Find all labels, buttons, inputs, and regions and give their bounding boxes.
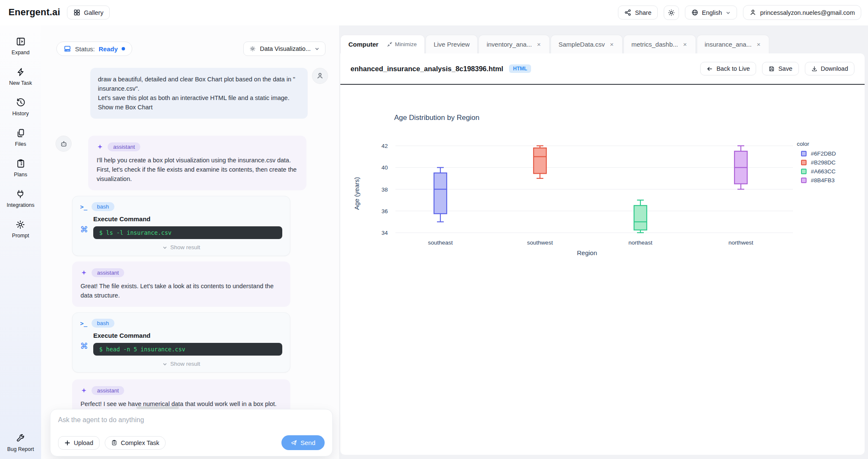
agent-select[interactable]: Data Visualizatio...: [243, 42, 326, 56]
message-list: draw a beautiful, detailed and clear Box…: [41, 63, 339, 412]
x-axis-label: Region: [557, 249, 617, 256]
close-icon[interactable]: ×: [609, 41, 615, 48]
download-button[interactable]: Download: [805, 62, 855, 75]
chevron-down-icon: [726, 10, 731, 15]
arrow-left-icon: [707, 66, 713, 72]
legend-item[interactable]: #8B4FB3: [797, 177, 836, 184]
expand-panel-icon: [16, 36, 26, 47]
show-result-toggle[interactable]: Show result: [80, 361, 282, 367]
terminal-command: $ head -n 5 insurance.csv: [93, 343, 282, 356]
clipboard-icon: [16, 159, 26, 169]
terminal-prompt-icon: >_: [80, 320, 87, 327]
execute-command-label: Execute Command: [93, 215, 282, 223]
account-chip[interactable]: princessalyzon.nueles@gmail.com: [743, 5, 861, 20]
svg-text:northwest: northwest: [729, 239, 754, 246]
file-bar: enhanced_insurance_analysis_8c198396.htm…: [340, 53, 865, 85]
share-button[interactable]: Share: [618, 6, 658, 19]
gallery-label: Gallery: [84, 9, 103, 16]
tab-bar: Computer Minimize Live Preview inventory…: [340, 35, 769, 53]
assistant-message-bubble: assistant Perfect! I see we have numeric…: [72, 379, 290, 412]
chat-scrollbar-thumb[interactable]: [136, 406, 179, 409]
gallery-button[interactable]: Gallery: [67, 6, 110, 19]
chat-input-card: Upload Complex Task Send: [50, 409, 333, 456]
bash-block: >_ bash ⌘ Execute Command $ head -n 5 in…: [72, 312, 290, 373]
tab-insurance-analysis[interactable]: insurance_ana... ×: [697, 35, 770, 53]
sidebar-item-bug-report[interactable]: Bug Report: [7, 434, 34, 452]
paper-plane-icon: [291, 440, 297, 446]
chevron-down-icon: [162, 362, 167, 367]
tab-sampledata-csv[interactable]: SampleData.csv ×: [551, 35, 623, 53]
close-icon[interactable]: ×: [682, 41, 688, 48]
sidebar-item-history[interactable]: History: [12, 97, 29, 117]
chart-legend-items: #6F2DBD#B298DC#A663CC#8B4FB3: [797, 150, 836, 184]
chart-legend: color #6F2DBD#B298DC#A663CC#8B4FB3: [797, 141, 836, 186]
legend-item[interactable]: #6F2DBD: [797, 150, 836, 157]
bash-block: >_ bash ⌘ Execute Command $ ls -l insura…: [72, 196, 290, 256]
download-icon: [811, 66, 818, 72]
save-button[interactable]: Save: [762, 62, 798, 75]
sparkle-icon: [97, 144, 103, 150]
sidebar-item-label: Plans: [14, 172, 27, 178]
sidebar-item-files[interactable]: Files: [15, 128, 26, 147]
user-message-row: draw a beautiful, detailed and clear Box…: [90, 68, 328, 119]
plus-icon: [64, 440, 70, 446]
sidebar-item-new-task[interactable]: New Task: [9, 67, 32, 86]
show-result-toggle[interactable]: Show result: [80, 244, 282, 250]
bash-badge: bash: [92, 202, 114, 211]
send-button[interactable]: Send: [281, 435, 325, 450]
status-dot: [122, 47, 125, 50]
sidebar-item-prompt[interactable]: Prompt: [12, 220, 29, 239]
html-preview: Age Distribution by Region 3436384042sou…: [340, 85, 865, 454]
sun-icon: [668, 9, 675, 17]
sidebar-item-integrations[interactable]: Integrations: [7, 189, 34, 208]
box-plot-chart: 3436384042southeastsouthwestnortheastnor…: [344, 88, 865, 270]
legend-swatch: [801, 169, 807, 174]
legend-swatch: [801, 160, 807, 165]
legend-item[interactable]: #B298DC: [797, 159, 836, 166]
agent-select-value: Data Visualizatio...: [260, 45, 311, 52]
workspace-panel: Computer Minimize Live Preview inventory…: [339, 25, 868, 459]
sparkle-icon: [81, 270, 87, 276]
close-icon[interactable]: ×: [756, 41, 761, 48]
tab-computer[interactable]: Computer Minimize: [340, 35, 425, 53]
close-icon[interactable]: ×: [536, 41, 542, 48]
sidebar-item-plans[interactable]: Plans: [14, 159, 27, 178]
legend-item[interactable]: #A663CC: [797, 168, 836, 175]
floppy-icon: [768, 66, 775, 72]
minimize-button[interactable]: Minimize: [387, 41, 417, 47]
legend-label: #6F2DBD: [811, 150, 836, 157]
history-icon: [16, 97, 26, 108]
terminal-command: $ ls -l insurance.csv: [93, 226, 282, 239]
sidebar: Expand New Task History Files Plans Inte…: [0, 25, 41, 459]
robot-avatar: [56, 136, 72, 152]
computer-icon: [64, 45, 71, 53]
svg-text:38: 38: [381, 186, 388, 193]
sidebar-item-label: Files: [15, 141, 26, 147]
chat-input[interactable]: [58, 416, 325, 424]
upload-button[interactable]: Upload: [58, 436, 100, 450]
globe-icon: [691, 9, 698, 16]
assistant-message-bubble: assistant I'll help you create a box plo…: [88, 136, 306, 190]
execute-command-label: Execute Command: [93, 332, 282, 339]
sidebar-item-expand[interactable]: Expand: [11, 36, 29, 56]
gear-icon: [249, 45, 256, 52]
theme-toggle-button[interactable]: [664, 6, 679, 20]
brand-logo: Energent.ai: [8, 7, 60, 18]
chevron-down-icon: [162, 245, 167, 250]
language-select[interactable]: English: [685, 6, 737, 19]
share-label: Share: [635, 9, 651, 16]
account-email: princessalyzon.nueles@gmail.com: [760, 9, 855, 16]
chat-panel: Status: Ready Data Visualizatio... draw …: [41, 25, 339, 459]
svg-text:southwest: southwest: [527, 239, 553, 246]
tab-live-preview[interactable]: Live Preview: [426, 35, 478, 53]
file-type-badge: HTML: [509, 64, 531, 73]
top-header: Energent.ai Gallery Share English: [0, 0, 868, 25]
plug-icon: [15, 189, 25, 199]
sidebar-item-label: Expand: [11, 50, 29, 56]
complex-task-button[interactable]: Complex Task: [105, 436, 166, 450]
assistant-message-bubble: assistant Great! The file exists. Let's …: [72, 261, 290, 307]
back-to-live-button[interactable]: Back to Live: [700, 62, 756, 75]
tab-metrics-dashboard[interactable]: metrics_dashb... ×: [623, 35, 696, 53]
tab-inventory-analysis[interactable]: inventory_ana... ×: [479, 35, 550, 53]
sidebar-item-label: History: [12, 111, 29, 117]
